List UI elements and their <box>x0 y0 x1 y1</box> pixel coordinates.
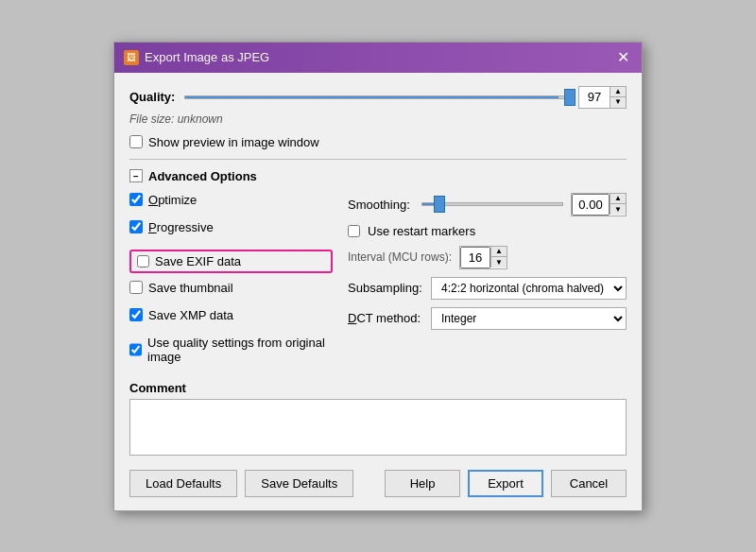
title-bar-left: 🖼 Export Image as JPEG <box>124 50 269 65</box>
bottom-right-buttons: Help Export Cancel <box>385 470 627 497</box>
dct-method-select[interactable]: Integer Fixed Float <box>431 307 627 330</box>
bottom-left-buttons: Load Defaults Save Defaults <box>129 470 353 497</box>
help-button[interactable]: Help <box>385 470 460 497</box>
separator <box>129 159 627 160</box>
restart-markers-row: Use restart markers <box>348 224 475 238</box>
use-quality-label: Use quality settings from original image <box>147 336 333 364</box>
bottom-buttons: Load Defaults Save Defaults Help Export … <box>129 470 627 497</box>
use-quality-row: Use quality settings from original image <box>129 336 333 364</box>
restart-interval-row: Use restart markers Interval (MCU rows):… <box>348 224 627 269</box>
restart-markers-label: Use restart markers <box>368 224 475 238</box>
interval-value-input[interactable] <box>460 247 490 268</box>
quality-slider-fill <box>185 96 558 98</box>
subsampling-select[interactable]: 4:2:0 (chroma quartered) 4:2:2 horizonta… <box>431 277 627 300</box>
save-xmp-row: Save XMP data <box>129 308 333 322</box>
smoothing-spin-buttons: ▲ ▼ <box>610 194 626 215</box>
save-xmp-label: Save XMP data <box>148 308 233 322</box>
smoothing-value-box: ▲ ▼ <box>571 193 627 216</box>
dct-label: DCT method: <box>348 311 423 325</box>
subsampling-label: Subsampling: <box>348 281 423 295</box>
progressive-row: Progressive <box>129 220 333 234</box>
optimize-checkbox[interactable] <box>129 193 143 206</box>
interval-spin-buttons: ▲ ▼ <box>490 247 507 267</box>
interval-row: Interval (MCU rows): ▲ ▼ <box>348 246 507 269</box>
save-thumbnail-checkbox[interactable] <box>129 281 143 294</box>
left-column: Optimize Progressive Save EXIF data <box>129 193 333 371</box>
smoothing-spin-down[interactable]: ▼ <box>610 204 626 215</box>
advanced-options-content: Optimize Progressive Save EXIF data <box>129 193 627 371</box>
save-thumbnail-label: Save thumbnail <box>148 281 233 295</box>
progressive-checkbox[interactable] <box>129 220 143 233</box>
cancel-button[interactable]: Cancel <box>551 470 627 497</box>
load-defaults-button[interactable]: Load Defaults <box>129 470 237 497</box>
export-button[interactable]: Export <box>468 470 543 497</box>
show-preview-checkbox[interactable] <box>129 135 143 148</box>
optimize-label: Optimize <box>148 193 197 207</box>
dialog-content: Quality: ▲ ▼ File size: unknown Show <box>114 73 642 510</box>
advanced-two-col: Optimize Progressive Save EXIF data <box>129 193 627 371</box>
quality-slider-track <box>184 95 571 99</box>
interval-value-box: ▲ ▼ <box>459 246 507 269</box>
collapse-icon[interactable]: − <box>129 169 143 182</box>
quality-value-input[interactable] <box>579 88 610 106</box>
interval-spin-down[interactable]: ▼ <box>491 257 507 267</box>
dialog-title: Export Image as JPEG <box>145 50 269 64</box>
title-bar: 🖼 Export Image as JPEG ✕ <box>114 43 642 73</box>
quality-spin-down[interactable]: ▼ <box>610 97 626 108</box>
smoothing-row: Smoothing: ▲ ▼ <box>348 193 627 216</box>
interval-label: Interval (MCU rows): <box>348 250 452 264</box>
restart-markers-checkbox[interactable] <box>348 225 360 237</box>
quality-label: Quality: <box>129 90 177 104</box>
quality-slider-thumb[interactable] <box>564 89 576 106</box>
dialog-icon: 🖼 <box>124 50 139 65</box>
use-quality-checkbox[interactable] <box>129 343 142 356</box>
show-preview-row: Show preview in image window <box>129 135 627 149</box>
comment-textarea[interactable] <box>129 399 627 456</box>
advanced-options-header: − Advanced Options <box>129 169 627 183</box>
export-dialog: 🖼 Export Image as JPEG ✕ Quality: ▲ ▼ <box>113 42 643 511</box>
quality-row: Quality: ▲ ▼ <box>129 86 627 109</box>
comment-label: Comment <box>129 381 627 395</box>
smoothing-value-input[interactable] <box>572 194 610 216</box>
quality-spin-up[interactable]: ▲ <box>610 87 626 97</box>
optimize-row: Optimize <box>129 193 333 207</box>
save-exif-label: Save EXIF data <box>155 254 241 268</box>
save-xmp-checkbox[interactable] <box>129 308 143 321</box>
close-button[interactable]: ✕ <box>613 48 632 67</box>
quality-spin-buttons: ▲ ▼ <box>610 87 626 108</box>
quality-value-box: ▲ ▼ <box>578 86 627 109</box>
smoothing-label: Smoothing: <box>348 198 414 212</box>
interval-spin-up[interactable]: ▲ <box>491 247 507 257</box>
save-exif-row: Save EXIF data <box>129 250 333 273</box>
right-column: Smoothing: ▲ ▼ <box>348 193 627 371</box>
file-size-label: File size: unknown <box>129 112 627 126</box>
dct-method-row: DCT method: Integer Fixed Float <box>348 307 627 330</box>
smoothing-slider-wrap[interactable] <box>421 195 563 214</box>
smoothing-thumb[interactable] <box>434 196 445 213</box>
save-exif-checkbox[interactable] <box>137 255 149 267</box>
comment-section: Comment <box>129 381 627 458</box>
advanced-options-label: Advanced Options <box>148 169 257 183</box>
smoothing-track <box>421 202 563 206</box>
show-preview-label: Show preview in image window <box>148 135 319 149</box>
subsampling-row: Subsampling: 4:2:0 (chroma quartered) 4:… <box>348 277 627 300</box>
save-defaults-button[interactable]: Save Defaults <box>245 470 353 497</box>
save-thumbnail-row: Save thumbnail <box>129 281 333 295</box>
quality-slider-wrap[interactable] <box>184 88 571 107</box>
progressive-label: Progressive <box>148 220 214 234</box>
smoothing-spin-up[interactable]: ▲ <box>610 194 626 204</box>
